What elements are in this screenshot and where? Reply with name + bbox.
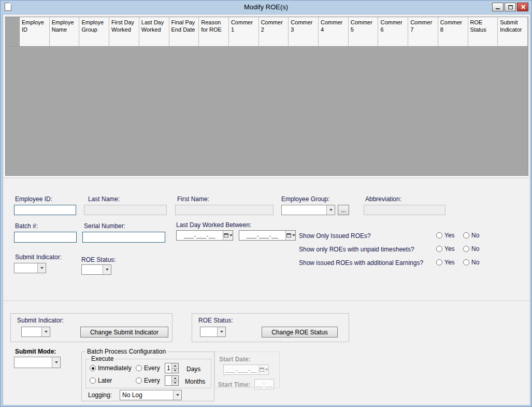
filter-roe-status-label: ROE Status: bbox=[81, 256, 116, 263]
batch-config-groupbox: Batch Process Configuration Execute Imme… bbox=[81, 352, 214, 401]
radio-icon[interactable] bbox=[136, 365, 142, 371]
grid-header-row: Employe IDEmploye NameEmploye GroupFirst… bbox=[20, 17, 528, 46]
grid-header: Employe IDEmploye NameEmploye GroupFirst… bbox=[6, 17, 528, 47]
yes-label: Yes bbox=[444, 259, 455, 266]
months-label: Months bbox=[185, 378, 205, 385]
radio-icon[interactable] bbox=[136, 377, 142, 384]
grid-column-header[interactable]: Final Pay End Date bbox=[169, 17, 199, 46]
months-spinner[interactable] bbox=[165, 375, 179, 386]
employee-group-browse-button[interactable]: ... bbox=[338, 205, 349, 215]
grid-column-header[interactable]: Commer 1 bbox=[229, 17, 259, 46]
spinner-buttons bbox=[171, 363, 178, 373]
last-name-label: Last Name: bbox=[88, 195, 120, 203]
unpaid-timesheets-no-option[interactable]: No bbox=[463, 245, 479, 252]
dropdown-button[interactable] bbox=[103, 265, 111, 274]
window-controls bbox=[492, 3, 528, 11]
dropdown-button[interactable] bbox=[37, 263, 46, 273]
grid-column-header[interactable]: Last Day Worked bbox=[139, 17, 169, 46]
grid-column-header[interactable]: Commer 8 bbox=[438, 17, 468, 46]
additional-earnings-no-option[interactable]: No bbox=[463, 259, 479, 266]
dropdown-button[interactable] bbox=[41, 327, 50, 336]
chevron-down-icon bbox=[220, 331, 223, 333]
last-name-input[interactable] bbox=[84, 205, 167, 215]
separator bbox=[3, 301, 530, 302]
first-name-input[interactable] bbox=[175, 205, 274, 215]
date-from-picker[interactable]: ___-___-__ bbox=[176, 230, 233, 241]
unpaid-timesheets-question-label: Show only ROEs with unpaid timesheets? bbox=[299, 246, 414, 253]
radio-icon[interactable] bbox=[463, 246, 469, 252]
grid-column-header[interactable]: Commer 4 bbox=[319, 17, 349, 46]
start-date-dropdown-button bbox=[258, 365, 268, 374]
start-date-mask: ___-___-__ bbox=[224, 365, 258, 374]
submit-mode-select[interactable] bbox=[14, 357, 61, 368]
additional-earnings-yes-option[interactable]: Yes bbox=[436, 259, 455, 266]
grid-corner-cell[interactable] bbox=[6, 17, 20, 46]
employee-group-select[interactable] bbox=[281, 205, 335, 215]
chevron-down-icon bbox=[106, 269, 109, 271]
filter-roe-status-select[interactable] bbox=[81, 264, 111, 275]
spinner-up-button[interactable] bbox=[172, 363, 178, 368]
grid-column-header[interactable]: Employe Name bbox=[50, 17, 80, 46]
issued-roes-yes-option[interactable]: Yes bbox=[436, 232, 455, 239]
filter-submit-indicator-select[interactable] bbox=[14, 263, 46, 273]
submit-mode-label: Submit Mode: bbox=[15, 348, 56, 355]
roe-status-change-select[interactable] bbox=[200, 327, 226, 337]
minimize-button[interactable] bbox=[492, 3, 504, 11]
grid-column-header[interactable]: Commer 7 bbox=[408, 17, 438, 46]
grid-column-header[interactable]: First Day Worked bbox=[109, 17, 139, 46]
spinner-up-button[interactable] bbox=[172, 376, 178, 381]
grid-column-header[interactable]: Employe ID bbox=[20, 17, 50, 46]
grid-column-header[interactable]: ROE Status bbox=[468, 17, 498, 46]
grid-column-header[interactable]: Commer 5 bbox=[349, 17, 379, 46]
radio-checked-icon[interactable] bbox=[90, 365, 96, 371]
grid-column-header[interactable]: Commer 2 bbox=[259, 17, 289, 46]
grid-column-header[interactable]: Submit Indicator bbox=[498, 17, 528, 46]
dropdown-button[interactable] bbox=[173, 390, 181, 400]
date-from-dropdown-button[interactable] bbox=[223, 231, 233, 240]
abbreviation-input[interactable] bbox=[364, 205, 445, 215]
close-button[interactable] bbox=[517, 3, 528, 11]
immediately-option[interactable]: Immediately bbox=[90, 364, 132, 372]
roe-status-groupbox: ROE Status: Change ROE Status bbox=[192, 313, 349, 342]
unpaid-timesheets-yes-option[interactable]: Yes bbox=[436, 245, 455, 252]
employee-group-dropdown-button[interactable] bbox=[326, 205, 335, 215]
radio-icon[interactable] bbox=[463, 259, 469, 265]
issued-roes-question-label: Show Only Issued ROEs? bbox=[299, 232, 371, 240]
submit-indicator-change-select[interactable] bbox=[21, 327, 50, 337]
employee-id-label: Employee ID: bbox=[15, 195, 52, 203]
radio-icon[interactable] bbox=[436, 246, 442, 252]
change-submit-indicator-button[interactable]: Change Submit Indicator bbox=[80, 327, 168, 338]
dropdown-button[interactable] bbox=[52, 357, 60, 368]
dropdown-button[interactable] bbox=[217, 327, 225, 336]
every-months-option[interactable]: Every bbox=[136, 377, 160, 384]
date-to-dropdown-button[interactable] bbox=[285, 231, 295, 240]
start-date-picker: ___-___-__ bbox=[223, 364, 269, 375]
grid-column-header[interactable]: Employe Group bbox=[79, 17, 109, 46]
grid-body[interactable] bbox=[6, 47, 528, 175]
radio-icon[interactable] bbox=[90, 377, 96, 384]
every-days-option[interactable]: Every bbox=[136, 364, 160, 372]
radio-icon[interactable] bbox=[463, 232, 469, 238]
spinner-down-button[interactable] bbox=[172, 368, 178, 373]
maximize-button[interactable] bbox=[505, 3, 516, 11]
days-spinner[interactable]: 1 bbox=[165, 363, 179, 373]
grid-column-header[interactable]: Commer 6 bbox=[378, 17, 408, 46]
start-time-label: Start Time: bbox=[218, 381, 250, 388]
calendar-icon bbox=[224, 233, 228, 237]
later-option[interactable]: Later bbox=[90, 377, 112, 384]
spinner-buttons bbox=[171, 376, 178, 385]
spinner-down-button[interactable] bbox=[172, 381, 178, 386]
logging-select[interactable]: No Log bbox=[120, 390, 182, 400]
serial-number-input[interactable] bbox=[82, 232, 165, 243]
issued-roes-no-option[interactable]: No bbox=[463, 232, 479, 239]
date-to-picker[interactable]: ___-___-__ bbox=[239, 230, 296, 241]
change-roe-status-button[interactable]: Change ROE Status bbox=[262, 327, 338, 338]
batch-number-input[interactable] bbox=[14, 232, 77, 243]
grid-column-header[interactable]: Commer 3 bbox=[289, 17, 319, 46]
radio-icon[interactable] bbox=[436, 259, 442, 265]
radio-icon[interactable] bbox=[436, 232, 442, 238]
chevron-down-icon bbox=[55, 361, 58, 363]
grid-column-header[interactable]: Reason for ROE bbox=[199, 17, 229, 46]
chevron-down-icon bbox=[265, 369, 268, 371]
employee-id-input[interactable] bbox=[14, 205, 76, 215]
